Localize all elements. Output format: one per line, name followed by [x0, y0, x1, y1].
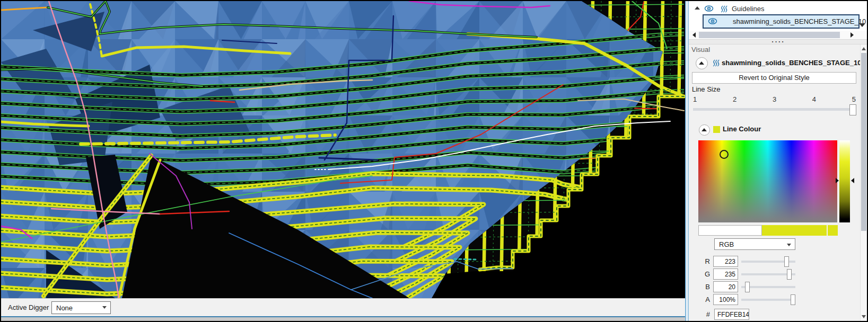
channel-b-handle[interactable]: [745, 282, 750, 292]
status-strip: [1, 317, 685, 321]
tree-item-label: shawmining_solids_BENCHES_STAGE_10: [733, 17, 866, 25]
panel-vertical-scrollbar[interactable]: [860, 44, 867, 321]
hex-label: #: [702, 310, 710, 318]
line-colour-label: Line Colour: [723, 125, 761, 133]
channel-a-input[interactable]: [713, 294, 738, 305]
channel-b-input[interactable]: [713, 281, 738, 292]
lines-object-icon: [712, 58, 720, 67]
channel-g-input[interactable]: [713, 269, 738, 280]
visibility-eye-icon[interactable]: [704, 5, 714, 12]
tree-item-selected[interactable]: shawmining_solids_BENCHES_STAGE_10: [703, 14, 860, 29]
chevron-down-icon: [787, 244, 791, 246]
channel-r-label: R: [702, 257, 710, 265]
channel-a-slider[interactable]: [741, 299, 795, 301]
colour-mode-value: RGB: [719, 240, 734, 248]
active-digger-value: None: [56, 304, 73, 312]
layer-tree-panel: Guidelines shawmining_solids_BENCHES_STA…: [689, 1, 868, 39]
application-window: Active Digger None Guidelines: [0, 0, 868, 322]
scrollbar-thumb[interactable]: [861, 53, 866, 231]
active-digger-bar: Active Digger None: [1, 298, 685, 316]
colour-preview-swatch: [828, 225, 838, 236]
triangle-up-icon: [702, 128, 707, 131]
line-size-label: Line Size: [692, 85, 720, 93]
colour-preview-old: [698, 225, 762, 236]
revert-style-button[interactable]: Revert to Original Style: [692, 72, 856, 84]
active-digger-dropdown[interactable]: None: [51, 301, 111, 314]
line-size-ticks: 1 2 3 4 5: [693, 95, 856, 103]
line-colour-swatch: [713, 126, 720, 133]
channel-r-input[interactable]: [713, 256, 738, 267]
3d-viewport[interactable]: [1, 1, 685, 298]
channel-a-label: A: [702, 296, 710, 303]
scroll-right-icon[interactable]: [851, 32, 854, 38]
channel-a-handle[interactable]: [791, 294, 795, 305]
value-slider-marker-left[interactable]: [836, 178, 839, 183]
channel-g-handle[interactable]: [787, 269, 792, 280]
section-label: Visual: [691, 46, 710, 53]
pane-divider[interactable]: [685, 1, 689, 321]
lines-object-icon: [720, 4, 728, 13]
scroll-down-icon[interactable]: [862, 315, 866, 318]
tree-group-row[interactable]: Guidelines: [689, 4, 868, 14]
active-digger-label: Active Digger: [8, 303, 49, 311]
colour-selection-ring[interactable]: [720, 150, 729, 159]
visibility-eye-icon[interactable]: [708, 17, 717, 25]
collapse-section-button[interactable]: [696, 57, 708, 69]
panel-splitter[interactable]: ····: [689, 39, 868, 44]
3d-scene-svg: [1, 1, 685, 298]
colour-preview-new: [762, 225, 827, 236]
line-size-slider-handle[interactable]: [849, 104, 856, 115]
channel-g-label: G: [702, 270, 710, 278]
visual-properties-panel: Visual shawmining_solids_BENCHES_STAGE_1…: [689, 44, 860, 321]
hue-saturation-picker[interactable]: [698, 140, 837, 222]
channel-r-handle[interactable]: [784, 256, 789, 267]
value-slider[interactable]: [839, 140, 850, 222]
hex-input[interactable]: [714, 309, 749, 320]
scroll-left-icon[interactable]: [692, 32, 696, 38]
channel-b-label: B: [702, 283, 710, 291]
tree-group-label[interactable]: Guidelines: [732, 5, 764, 13]
triangle-up-icon: [699, 61, 704, 65]
line-size-slider[interactable]: [693, 108, 856, 111]
scroll-up-icon[interactable]: [862, 47, 866, 50]
value-slider-marker-right[interactable]: [851, 178, 854, 183]
colour-mode-dropdown[interactable]: RGB: [714, 238, 795, 250]
collapse-colour-button[interactable]: [699, 124, 710, 136]
collapse-arrow-icon[interactable]: [695, 6, 700, 10]
chevron-down-icon: [102, 306, 107, 309]
tree-scroll-down-icon[interactable]: [859, 23, 865, 27]
object-title: shawmining_solids_BENCHES_STAGE_10: [722, 59, 861, 67]
